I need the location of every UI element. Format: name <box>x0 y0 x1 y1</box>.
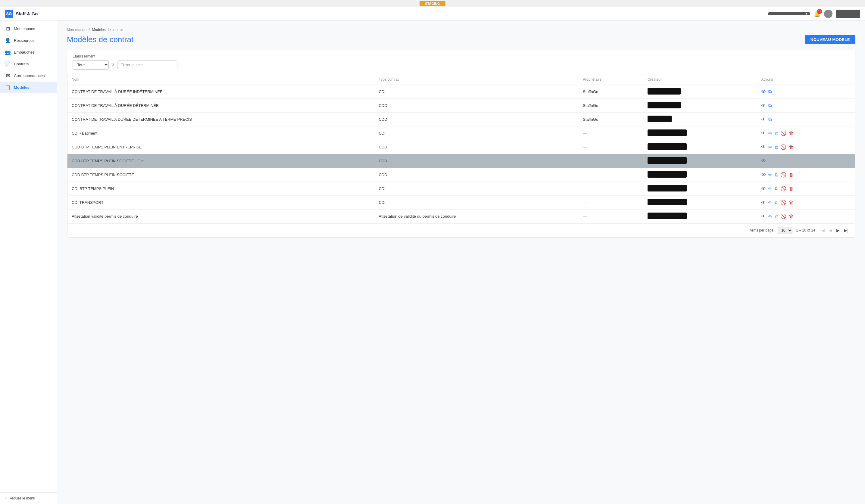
ban-icon[interactable]: 🚫 <box>780 130 786 136</box>
copy-icon[interactable]: ⧉ <box>768 103 772 108</box>
cell-proprietaire: — <box>579 154 643 168</box>
prev-page-button[interactable]: ◀ <box>827 227 834 233</box>
user-menu-button[interactable] <box>836 10 860 18</box>
view-icon[interactable]: 👁 <box>761 144 766 150</box>
cell-proprietaire: StaffnGo <box>579 99 643 113</box>
cell-type: CDD <box>374 99 579 113</box>
table-header-row: Nom Type contrat Propriétaire Créateur A… <box>68 74 855 85</box>
contrats-icon: 📄 <box>5 61 11 67</box>
cell-nom: CDD BTP TEMPS PLEIN ENTREPRISE <box>68 140 374 154</box>
cell-proprietaire: — <box>579 168 643 182</box>
next-page-button[interactable]: ▶ <box>835 227 841 233</box>
cell-createur <box>643 113 757 127</box>
new-model-button[interactable]: NOUVEAU MODÈLE <box>805 35 855 44</box>
trash-icon[interactable]: 🗑 <box>789 131 794 136</box>
cell-nom: Attestation validité permis de conduire <box>68 210 374 223</box>
last-page-button[interactable]: ▶| <box>842 227 850 233</box>
copy-icon[interactable]: ⧉ <box>775 200 778 205</box>
sidebar-collapse-button[interactable]: « Réduire le menu <box>0 492 57 504</box>
header-right: 🔔 11 <box>768 10 860 18</box>
view-icon[interactable]: 👁 <box>761 103 766 108</box>
filter-section: Etablissement Tous ⧩ <box>67 50 855 74</box>
copy-icon[interactable]: ⧉ <box>768 117 772 122</box>
breadcrumb-parent[interactable]: Mon espace <box>67 28 86 32</box>
action-icons: 👁⧉ <box>761 89 851 95</box>
creator-bar <box>647 199 687 205</box>
view-icon[interactable]: 👁 <box>761 214 766 219</box>
sidebar-item-correspondances[interactable]: ✉ Correspondances <box>0 70 57 82</box>
edit-icon[interactable]: ✏ <box>768 144 772 150</box>
trash-icon[interactable]: 🗑 <box>789 172 794 178</box>
ban-icon[interactable]: 🚫 <box>780 213 786 219</box>
cell-type: CDD <box>374 140 579 154</box>
trash-icon[interactable]: 🗑 <box>789 200 794 205</box>
cell-nom: CONTRAT DE TRAVAIL A DUREE DETERMINEE A … <box>68 113 374 127</box>
cell-nom: CDI - Bâtiment <box>68 127 374 140</box>
edit-icon[interactable]: ✏ <box>768 186 772 191</box>
proprietaire-value: — <box>583 214 587 219</box>
table-row: CDD BTP TEMPS PLEIN SOCIETE CDD — 👁✏⧉🚫🗑 <box>68 168 855 182</box>
cell-proprietaire: StaffnGo <box>579 113 643 127</box>
view-icon[interactable]: 👁 <box>761 159 766 164</box>
view-icon[interactable]: 👁 <box>761 200 766 205</box>
creator-bar <box>647 129 687 136</box>
items-per-page-select[interactable]: 10 25 50 <box>778 227 793 234</box>
proprietaire-value: — <box>583 159 587 163</box>
sidebar-item-modeles[interactable]: 📋 Modèles <box>0 82 57 93</box>
ban-icon[interactable]: 🚫 <box>780 172 786 178</box>
view-icon[interactable]: 👁 <box>761 172 766 178</box>
cell-nom: CDI TRANSPORT <box>68 196 374 210</box>
copy-icon[interactable]: ⧉ <box>775 186 778 191</box>
notifications-bell[interactable]: 🔔 11 <box>814 11 820 17</box>
filter-input[interactable] <box>117 60 177 69</box>
sidebar-item-mon-espace[interactable]: ⊞ Mon espace <box>0 23 57 35</box>
edit-icon[interactable]: ✏ <box>768 130 772 136</box>
cell-proprietaire: — <box>579 182 643 196</box>
sidebar-item-embauches[interactable]: 👥 Embauches <box>0 46 57 58</box>
view-icon[interactable]: 👁 <box>761 186 766 191</box>
action-icons: 👁✏⧉🚫🗑 <box>761 130 851 136</box>
copy-icon[interactable]: ⧉ <box>768 89 772 95</box>
cell-type: CDI <box>374 196 579 210</box>
edit-icon[interactable]: ✏ <box>768 172 772 178</box>
action-icons: 👁✏⧉🚫🗑 <box>761 200 851 205</box>
view-icon[interactable]: 👁 <box>761 131 766 136</box>
models-table: Nom Type contrat Propriétaire Créateur A… <box>68 74 855 223</box>
cell-actions: 👁⧉ <box>757 99 855 113</box>
copy-icon[interactable]: ⧉ <box>775 144 778 150</box>
user-avatar[interactable] <box>824 10 832 18</box>
creator-bar <box>647 171 687 178</box>
action-icons: 👁⧉ <box>761 117 851 122</box>
ban-icon[interactable]: 🚫 <box>780 200 786 205</box>
proprietaire-value: StaffnGo <box>583 117 598 122</box>
proprietaire-value: — <box>583 131 587 136</box>
copy-icon[interactable]: ⧉ <box>775 172 778 178</box>
edit-icon[interactable]: ✏ <box>768 213 772 219</box>
creator-bar <box>647 213 687 219</box>
cell-actions: 👁✏⧉🚫🗑 <box>757 140 855 154</box>
trash-icon[interactable]: 🗑 <box>789 144 794 150</box>
etablissement-label: Etablissement <box>72 54 850 58</box>
trash-icon[interactable]: 🗑 <box>789 214 794 219</box>
sidebar-item-ressources[interactable]: 👤 Ressources <box>0 35 57 46</box>
view-icon[interactable]: 👁 <box>761 89 766 95</box>
trash-icon[interactable]: 🗑 <box>789 186 794 191</box>
cell-createur <box>643 210 757 223</box>
first-page-button[interactable]: |◀ <box>819 227 827 233</box>
etablissement-select[interactable]: Tous <box>72 60 109 70</box>
copy-icon[interactable]: ⧉ <box>775 131 778 136</box>
sidebar-item-contrats[interactable]: 📄 Contrats <box>0 58 57 70</box>
copy-icon[interactable]: ⧉ <box>775 214 778 219</box>
sidebar-item-label-embauches: Embauches <box>14 50 35 55</box>
cell-proprietaire: — <box>579 210 643 223</box>
view-icon[interactable]: 👁 <box>761 117 766 122</box>
proprietaire-value: — <box>583 200 587 205</box>
edit-icon[interactable]: ✏ <box>768 200 772 205</box>
ban-icon[interactable]: 🚫 <box>780 186 786 191</box>
ban-icon[interactable]: 🚫 <box>780 144 786 150</box>
cell-actions: 👁✏⧉🚫🗑 <box>757 196 855 210</box>
logo-icon: SG <box>5 10 13 18</box>
company-dropdown[interactable] <box>768 12 810 15</box>
sidebar: ⊞ Mon espace 👤 Ressources 👥 Embauches 📄 … <box>0 21 57 504</box>
main-content: Mon espace / Modèles de contrat Modèles … <box>57 21 865 504</box>
